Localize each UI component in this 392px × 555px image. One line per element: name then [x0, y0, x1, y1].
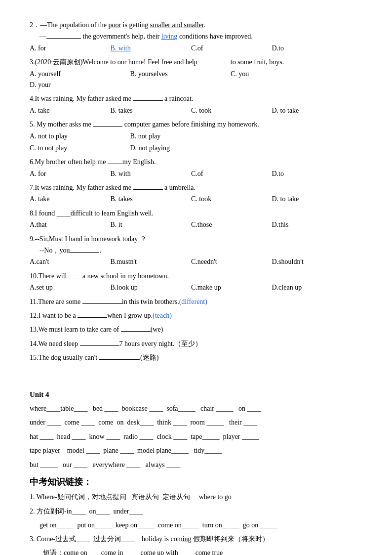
question-11: 11.There are some in this twin brothers.… — [30, 297, 367, 307]
q8-opt-a[interactable]: A.that — [30, 219, 109, 230]
q5-options-row2: C. to not play D. not playing — [30, 143, 367, 154]
vocab-line-1: where____table____ bed ____ bookcase ___… — [30, 402, 367, 416]
question-3: 3.(2020·云南原创)Welcome to our home! Feel f… — [30, 57, 367, 90]
q7-opt-a[interactable]: A. take — [30, 194, 109, 205]
q9-options: A.can't B.mustn't C.needn't D.shouldn't — [30, 256, 367, 267]
zk-item-3: 3. Come-过去式____ 过去分词____ holiday is comi… — [30, 533, 367, 545]
q6-text: 6.My brother often help me my English. — [30, 157, 367, 168]
q2-text1: 2．—The population of the poor is getting… — [30, 21, 205, 29]
q2-opt-d[interactable]: D.to — [272, 43, 351, 54]
question-15: 15.The dog usually can't .(迷路) — [30, 352, 367, 363]
q6-options: A. for B. with C.of D.to — [30, 169, 367, 179]
q5-opt-a[interactable]: A. not to play — [30, 131, 128, 142]
q2-line2: — the government's help, their living co… — [39, 31, 367, 42]
q4-text: 4.It was raining. My father asked me a r… — [30, 93, 367, 104]
q8-options: A.that B. it C.those D.this — [30, 219, 367, 230]
q4-opt-a[interactable]: A. take — [30, 105, 109, 116]
q10-opt-c[interactable]: C.make up — [191, 282, 270, 293]
q3-opt-d[interactable]: D. your — [30, 80, 128, 90]
q5-text: 5. My mother asks me computer games befo… — [30, 119, 367, 130]
q8-text: 8.I found ____difficult to learn English… — [30, 208, 367, 219]
q13-text: 13.We must learn to take care of (we) — [30, 324, 367, 335]
q6-opt-a[interactable]: A. for — [30, 169, 109, 179]
q3-options: A. yourself B. yourselves C. you D. your — [30, 69, 367, 91]
q10-options: A.set up B.look up C.make up D.clean up — [30, 282, 367, 293]
zk-item-1: 1. Where-疑问代词，对地点提问 宾语从句 定语从句 where to g… — [30, 491, 367, 503]
page-content: 2．—The population of the poor is getting… — [30, 20, 367, 555]
q2-opt-c[interactable]: C.of — [191, 43, 270, 54]
q10-opt-a[interactable]: A.set up — [30, 282, 109, 293]
question-10: 10.There will ____a new school in my hom… — [30, 271, 367, 294]
q2-line1: 2．—The population of the poor is getting… — [30, 20, 367, 31]
question-4: 4.It was raining. My father asked me a r… — [30, 93, 367, 116]
q2-options: A. for B. with C.of D.to — [30, 43, 367, 54]
zk-item-2: 2. 方位副词-in____ on____ under____ — [30, 505, 367, 517]
q7-opt-d[interactable]: D. to take — [272, 194, 351, 205]
vocab-line-2: under ____ come ____ come on desk____ th… — [30, 416, 367, 429]
q9-opt-c[interactable]: C.needn't — [191, 256, 270, 267]
zk-item-2-sub: get on_____ put on_____ keep on_____ com… — [39, 519, 367, 531]
question-2: 2．—The population of the poor is getting… — [30, 20, 367, 54]
q4-opt-b[interactable]: B. takes — [111, 105, 190, 116]
q8-opt-b[interactable]: B. it — [111, 219, 190, 230]
q4-opt-d[interactable]: D. to take — [272, 105, 351, 116]
question-12: 12.I want to be a when I grow up.(teach) — [30, 310, 367, 321]
q9-opt-d[interactable]: D.shouldn't — [272, 256, 351, 267]
q5-opt-c[interactable]: C. to not play — [30, 143, 128, 154]
q6-opt-b[interactable]: B. with — [111, 169, 190, 179]
question-13: 13.We must learn to take care of (we) — [30, 324, 367, 335]
q15-text: 15.The dog usually can't .(迷路) — [30, 352, 367, 363]
q2-text2: — the government's help, their living co… — [39, 33, 253, 40]
question-9: 9.--Sir,Must I hand in homework today ？ … — [30, 234, 367, 268]
zhongkao-title: 中考知识链接： — [30, 475, 367, 489]
vocab-line-5: but _____ our ____ everywhere ____ alway… — [30, 459, 367, 472]
q7-opt-b[interactable]: B. takes — [111, 194, 190, 205]
q3-opt-a[interactable]: A. yourself — [30, 69, 128, 80]
q8-opt-d[interactable]: D.this — [272, 219, 351, 230]
question-14: 14.We need sleep 7 hours every night.（至少… — [30, 339, 367, 349]
q6-opt-d[interactable]: D.to — [272, 169, 351, 179]
q2-opt-a[interactable]: A. for — [30, 43, 109, 54]
q2-opt-b[interactable]: B. with — [111, 43, 190, 54]
question-8: 8.I found ____difficult to learn English… — [30, 208, 367, 231]
vocab-line-4: tape player model ____ plane ____ model … — [30, 444, 367, 458]
q5-opt-d[interactable]: D. not playing — [130, 143, 229, 154]
q10-opt-b[interactable]: B.look up — [111, 282, 190, 293]
q11-text: 11.There are some in this twin brothers.… — [30, 297, 367, 307]
q7-options: A. take B. takes C. took D. to take — [30, 194, 367, 205]
q10-opt-d[interactable]: D.clean up — [272, 282, 351, 293]
q10-text: 10.There will ____a new school in my hom… — [30, 271, 367, 282]
q5-options-row1: A. not to play B. not play — [30, 131, 367, 142]
q7-opt-c[interactable]: C. took — [191, 194, 270, 205]
q12-text: 12.I want to be a when I grow up.(teach) — [30, 310, 367, 321]
q4-options: A. take B. takes C. took D. to take — [30, 105, 367, 116]
q9-line1: 9.--Sir,Must I hand in homework today ？ — [30, 234, 367, 245]
q8-opt-c[interactable]: C.those — [191, 219, 270, 230]
question-7: 7.It was raining. My father asked me a u… — [30, 182, 367, 205]
vocab-line-3: hat ____ head ____ know ____ radio ____ … — [30, 430, 367, 444]
q9-opt-b[interactable]: B.mustn't — [111, 256, 190, 267]
q3-opt-b[interactable]: B. yourselves — [130, 69, 229, 80]
q9-line2: --No，you. — [39, 245, 367, 256]
q7-text: 7.It was raining. My father asked me a u… — [30, 182, 367, 193]
q9-opt-a[interactable]: A.can't — [30, 256, 109, 267]
zk-item-3-sub: 短语：come on____come in____ come up with__… — [39, 547, 367, 555]
q14-text: 14.We need sleep 7 hours every night.（至少… — [30, 339, 367, 349]
q3-opt-c[interactable]: C. you — [231, 69, 329, 80]
q4-opt-c[interactable]: C. took — [191, 105, 270, 116]
q6-opt-c[interactable]: C.of — [191, 169, 270, 179]
question-5: 5. My mother asks me computer games befo… — [30, 119, 367, 154]
question-6: 6.My brother often help me my English. A… — [30, 157, 367, 179]
unit4-title: Unit 4 — [30, 388, 367, 400]
q3-text: 3.(2020·云南原创)Welcome to our home! Feel f… — [30, 57, 367, 68]
q5-opt-b[interactable]: B. not play — [130, 131, 229, 142]
